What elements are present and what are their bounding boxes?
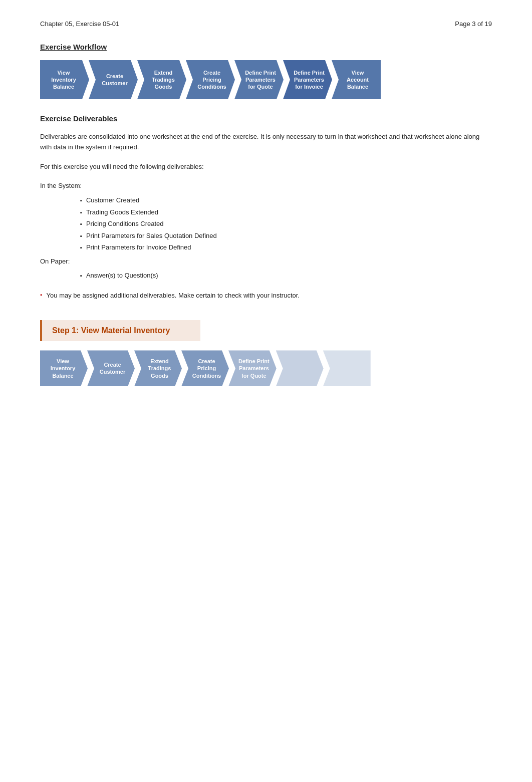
workflow-step-b1: ViewInventoryBalance: [40, 350, 88, 386]
page-number: Page 3 of 19: [455, 20, 492, 28]
step1-section: Step 1: View Material Inventory ViewInve…: [40, 320, 492, 386]
workflow-step-b7: [323, 350, 371, 386]
deliverables-section: Exercise Deliverables Deliverables are c…: [40, 114, 492, 300]
deliverables-title: Exercise Deliverables: [40, 114, 492, 123]
note-text: You may be assigned additional deliverab…: [47, 291, 300, 301]
workflow-step-2: CreateCustomer: [89, 60, 138, 99]
list-item: Trading Goods Extended: [80, 207, 492, 217]
list-item: Customer Created: [80, 195, 492, 205]
list-item: Print Parameters for Invoice Defined: [80, 242, 492, 252]
workflow-step-b4: CreatePricingConditions: [181, 350, 229, 386]
step1-title: Step 1: View Material Inventory: [52, 326, 170, 335]
chapter-label: Chapter 05, Exercise 05-01: [40, 20, 119, 28]
deliverables-intro1: Deliverables are consolidated into one w…: [40, 132, 492, 153]
workflow-step-1: ViewInventoryBalance: [40, 60, 89, 99]
workflow-step-b3: ExtendTradingsGoods: [134, 350, 182, 386]
page-header: Chapter 05, Exercise 05-01 Page 3 of 19: [40, 20, 492, 28]
workflow-step-b6: [276, 350, 324, 386]
note-icon: ▪: [40, 291, 43, 299]
workflow-step-7: ViewAccountBalance: [332, 60, 381, 99]
workflow-bar-top: ViewInventoryBalance CreateCustomer Exte…: [40, 60, 492, 99]
in-system-label: In the System:: [40, 181, 492, 191]
list-item: Print Parameters for Sales Quotation Def…: [80, 231, 492, 241]
step1-header-box: Step 1: View Material Inventory: [40, 320, 200, 341]
list-item: Pricing Conditions Created: [80, 219, 492, 229]
in-system-list: Customer Created Trading Goods Extended …: [80, 195, 492, 252]
workflow-step-4: CreatePricingConditions: [186, 60, 235, 99]
workflow-step-6: Define PrintParametersfor Invoice: [283, 60, 332, 99]
workflow-step-3: ExtendTradingsGoods: [137, 60, 186, 99]
workflow-bar-bottom: ViewInventoryBalance CreateCustomer Exte…: [40, 350, 492, 386]
exercise-workflow-title: Exercise Workflow: [40, 43, 492, 51]
workflow-step-5: Define PrintParametersfor Quote: [234, 60, 284, 99]
on-paper-list: Answer(s) to Question(s): [80, 271, 492, 281]
note-row: ▪ You may be assigned additional deliver…: [40, 291, 492, 301]
list-item: Answer(s) to Question(s): [80, 271, 492, 281]
workflow-step-b5: Define PrintParametersfor Quote: [228, 350, 277, 386]
deliverables-intro2: For this exercise you will need the foll…: [40, 162, 492, 172]
on-paper-label: On Paper:: [40, 256, 492, 267]
workflow-step-b2: CreateCustomer: [87, 350, 135, 386]
